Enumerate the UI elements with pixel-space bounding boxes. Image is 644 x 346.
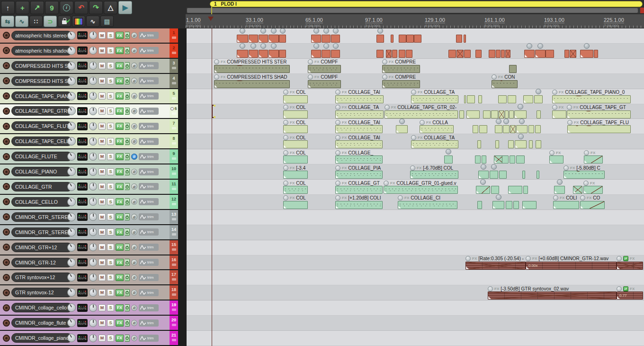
fx-bypass-button[interactable] — [125, 198, 130, 205]
fx-bypass-button[interactable] — [125, 153, 130, 160]
media-item[interactable] — [482, 155, 486, 164]
media-item[interactable] — [214, 65, 290, 73]
mute-button[interactable]: M — [98, 289, 106, 296]
pan-knob[interactable] — [89, 334, 97, 342]
item-pitch-knob[interactable] — [271, 43, 277, 49]
media-item[interactable] — [510, 155, 515, 164]
media-item[interactable] — [308, 80, 341, 88]
media-item[interactable] — [311, 35, 321, 43]
item-volume-knob[interactable] — [564, 165, 569, 171]
media-item[interactable] — [505, 110, 509, 118]
pan-knob[interactable] — [89, 153, 97, 161]
track-name[interactable]: COMPRESSED HITS SH — [11, 76, 72, 86]
track-name[interactable]: GTR syntovox-12 — [11, 288, 72, 297]
envelope-trim-button[interactable]: trim — [139, 259, 159, 266]
record-arm-button[interactable] — [3, 32, 10, 39]
fade-handle[interactable] — [525, 55, 528, 57]
media-item[interactable] — [473, 125, 478, 133]
fx-button[interactable]: FX — [116, 92, 124, 100]
fade-handle[interactable] — [411, 175, 413, 178]
item-pitch-knob[interactable] — [557, 179, 563, 185]
media-item[interactable] — [335, 155, 383, 164]
fade-handle[interactable] — [567, 115, 570, 118]
envelope-points-icon[interactable]: ∿ — [86, 16, 99, 27]
media-item[interactable] — [477, 140, 481, 148]
phase-button[interactable]: ø — [131, 244, 137, 250]
item-edge-move-icon[interactable]: ▶ — [118, 1, 132, 14]
fx-button[interactable]: FX — [116, 228, 124, 236]
media-item[interactable] — [268, 35, 279, 43]
fade-handle[interactable] — [523, 206, 526, 209]
route-button[interactable]: ROUTE — [77, 319, 88, 327]
undo-icon[interactable]: ↶ — [74, 1, 88, 14]
media-item[interactable] — [478, 171, 489, 179]
media-item[interactable] — [444, 155, 453, 164]
media-item[interactable] — [496, 50, 501, 58]
media-item[interactable] — [617, 262, 643, 270]
envelope-trim-button[interactable]: trim — [139, 319, 159, 327]
media-item[interactable] — [573, 186, 582, 194]
track-panel[interactable]: GTR syntovox-12ROUTEMSFXøtrim — [0, 285, 170, 300]
fx-bypass-button[interactable] — [125, 123, 130, 130]
item-volume-knob[interactable] — [335, 195, 340, 200]
track-number[interactable]: 11 — [170, 180, 178, 195]
item-volume-knob[interactable] — [308, 59, 313, 64]
route-button[interactable]: ROUTE — [77, 243, 88, 251]
item-pitch-knob[interactable] — [313, 43, 319, 49]
media-item[interactable] — [508, 186, 522, 194]
group-items-icon[interactable]: ▤ — [100, 16, 114, 27]
media-item[interactable] — [498, 95, 507, 103]
solo-button[interactable]: S — [107, 274, 114, 281]
envelope-trim-button[interactable]: trim — [139, 244, 159, 251]
fx-bypass-button[interactable] — [125, 32, 130, 39]
track-number[interactable]: 3 — [170, 59, 178, 74]
envelope-trim-button[interactable]: trim — [139, 228, 159, 236]
item-volume-knob[interactable] — [335, 90, 340, 95]
item-pitch-knob[interactable] — [584, 43, 590, 49]
pan-knob[interactable] — [89, 137, 97, 146]
volume-knob[interactable] — [67, 62, 76, 70]
fade-handle[interactable] — [336, 191, 339, 193]
item-volume-knob[interactable] — [552, 90, 557, 95]
route-button[interactable]: ROUTE — [77, 153, 88, 161]
fade-handle[interactable] — [284, 206, 286, 209]
route-button[interactable]: ROUTE — [77, 213, 88, 221]
pan-knob[interactable] — [89, 31, 97, 39]
pan-knob[interactable] — [89, 213, 97, 221]
save-new-version-icon[interactable]: 9 — [45, 1, 59, 14]
item-volume-knob[interactable] — [385, 105, 390, 110]
fade-handle[interactable] — [259, 39, 262, 42]
fx-button[interactable]: FX — [116, 183, 124, 190]
grid-lines-icon[interactable]: ∷ — [29, 16, 43, 27]
volume-knob[interactable] — [67, 319, 76, 327]
media-item[interactable] — [534, 95, 543, 103]
phase-button[interactable]: ø — [131, 47, 137, 54]
item-pitch-knob[interactable] — [333, 43, 339, 49]
track-lane[interactable] — [187, 270, 644, 285]
media-item[interactable] — [537, 110, 541, 118]
media-item[interactable] — [552, 110, 566, 118]
media-item[interactable] — [475, 50, 482, 58]
track-number[interactable]: 2 — [170, 44, 178, 59]
item-volume-knob[interactable] — [420, 120, 425, 125]
mute-button[interactable]: M — [98, 274, 106, 281]
fade-handle[interactable] — [581, 55, 583, 57]
solo-button[interactable]: S — [107, 123, 114, 130]
track-panel[interactable]: COLLAGE_GTRROUTEMSFXøtrim — [0, 180, 170, 195]
media-item[interactable] — [331, 50, 340, 58]
item-volume-knob[interactable] — [382, 59, 387, 64]
fx-bypass-button[interactable] — [125, 244, 130, 251]
track-number[interactable]: 14 — [170, 225, 178, 240]
media-item[interactable] — [564, 50, 569, 58]
envelope-trim-button[interactable]: trim — [139, 168, 159, 175]
media-item[interactable] — [509, 65, 517, 73]
track-lane[interactable] — [187, 225, 644, 240]
mute-button[interactable]: M — [98, 77, 106, 84]
volume-knob[interactable] — [67, 198, 76, 206]
track-panel[interactable]: COLLAGE_CELLOROUTEMSFXøtrim — [0, 195, 170, 210]
fx-bypass-button[interactable] — [125, 228, 130, 236]
fade-handle[interactable] — [553, 100, 555, 103]
media-item[interactable] — [583, 186, 603, 194]
item-pitch-knob[interactable] — [527, 43, 532, 49]
track-name[interactable]: COLLAGE_FLUTE — [11, 152, 72, 161]
